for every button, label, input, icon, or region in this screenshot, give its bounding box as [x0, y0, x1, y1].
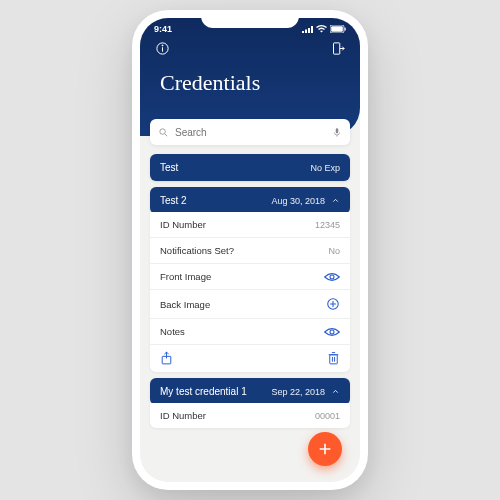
- card-title: Test: [160, 162, 178, 173]
- info-icon[interactable]: [154, 40, 170, 56]
- svg-rect-2: [308, 28, 310, 33]
- svg-rect-20: [330, 355, 338, 364]
- eye-icon: [324, 272, 340, 282]
- plus-circle-icon: [326, 297, 340, 311]
- credential-card-test[interactable]: Test No Exp: [150, 154, 350, 181]
- svg-rect-1: [305, 29, 307, 33]
- exit-icon[interactable]: [330, 40, 346, 56]
- svg-rect-0: [302, 31, 304, 33]
- row-value: 00001: [315, 411, 340, 421]
- detail-row-back-image[interactable]: Back Image: [150, 290, 350, 319]
- plus-icon: [317, 441, 333, 457]
- detail-row-id: ID Number 00001: [150, 403, 350, 428]
- row-label: ID Number: [160, 219, 206, 230]
- svg-rect-5: [331, 26, 343, 32]
- svg-rect-6: [345, 28, 346, 31]
- share-button[interactable]: [160, 351, 173, 366]
- content-area: Test No Exp Test 2 Aug 30, 2018 ID Numbe…: [140, 136, 360, 428]
- detail-row-notifications: Notifications Set? No: [150, 238, 350, 264]
- detail-row-id: ID Number 12345: [150, 212, 350, 238]
- battery-icon: [330, 25, 346, 33]
- svg-point-9: [162, 44, 163, 45]
- row-label: Notes: [160, 326, 185, 337]
- card-meta: No Exp: [310, 163, 340, 173]
- svg-point-11: [160, 128, 166, 134]
- row-label: Notifications Set?: [160, 245, 234, 256]
- svg-rect-10: [333, 42, 339, 53]
- chevron-up-icon: [331, 196, 340, 205]
- page-title: Credentials: [140, 56, 360, 96]
- card-title: My test credential 1: [160, 386, 247, 397]
- notch: [201, 10, 299, 28]
- status-time: 9:41: [154, 24, 172, 34]
- row-value: No: [328, 246, 340, 256]
- svg-point-14: [330, 275, 334, 279]
- credential-card-test2[interactable]: Test 2 Aug 30, 2018: [150, 187, 350, 214]
- row-value: 12345: [315, 220, 340, 230]
- delete-button[interactable]: [327, 351, 340, 366]
- card-title: Test 2: [160, 195, 187, 206]
- status-icons: [302, 24, 346, 34]
- card-meta: Aug 30, 2018: [271, 196, 325, 206]
- chevron-up-icon: [331, 387, 340, 396]
- add-button[interactable]: [308, 432, 342, 466]
- wifi-icon: [316, 25, 327, 33]
- share-icon: [160, 351, 173, 366]
- eye-icon: [324, 327, 340, 337]
- phone-frame: 9:41 Credentials: [132, 10, 368, 490]
- signal-icon: [302, 26, 313, 33]
- row-label: Front Image: [160, 271, 211, 282]
- svg-rect-3: [311, 26, 313, 33]
- top-bar: [140, 34, 360, 56]
- svg-point-18: [330, 330, 334, 334]
- detail-row-notes[interactable]: Notes: [150, 319, 350, 345]
- row-label: Back Image: [160, 299, 210, 310]
- svg-rect-13: [336, 128, 339, 133]
- credential-detail-2: ID Number 00001: [150, 403, 350, 428]
- credential-card-mytest1[interactable]: My test credential 1 Sep 22, 2018: [150, 378, 350, 405]
- trash-icon: [327, 351, 340, 366]
- card-meta: Sep 22, 2018: [271, 387, 325, 397]
- detail-actions: [150, 345, 350, 372]
- detail-row-front-image[interactable]: Front Image: [150, 264, 350, 290]
- row-label: ID Number: [160, 410, 206, 421]
- credential-detail: ID Number 12345 Notifications Set? No Fr…: [150, 212, 350, 372]
- screen: 9:41 Credentials: [140, 18, 360, 482]
